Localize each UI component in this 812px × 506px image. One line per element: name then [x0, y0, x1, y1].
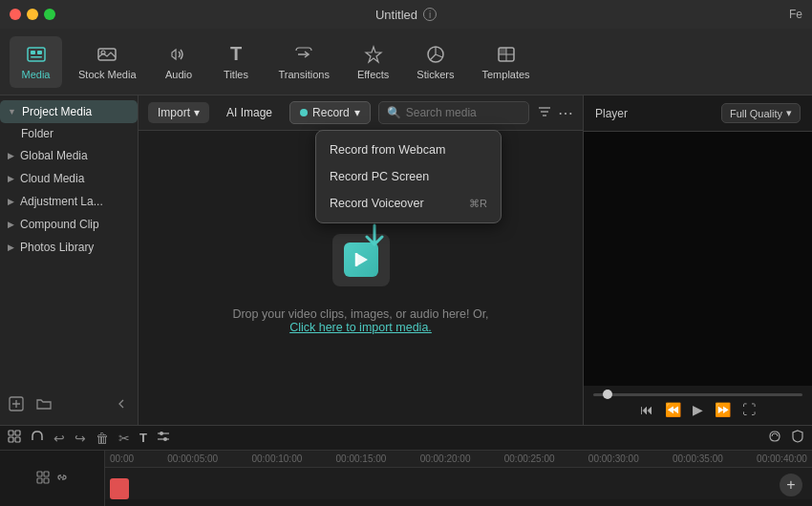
sidebar-item-global-media[interactable]: ▶ Global Media: [0, 144, 138, 167]
sidebar-folder-icon[interactable]: [32, 392, 55, 415]
info-icon[interactable]: i: [423, 8, 437, 21]
expand-arrow: ▼: [8, 107, 16, 116]
sidebar-item-label-compound: Compound Clip: [20, 218, 99, 231]
fullscreen-button[interactable]: ⛶: [742, 402, 756, 417]
sidebar-bottom: [0, 388, 138, 420]
record-button[interactable]: Record ▾: [289, 101, 371, 124]
quality-select[interactable]: Full Quality ▾: [721, 103, 801, 123]
toolbar-item-titles[interactable]: T Titles: [210, 36, 263, 88]
dropdown-item-screen[interactable]: Record PC Screen: [316, 163, 501, 190]
ruler-mark-1: 00:00:05:00: [167, 453, 218, 464]
track-clip[interactable]: [110, 478, 129, 499]
sidebar-add-icon[interactable]: [5, 392, 28, 415]
toolbar-item-stickers[interactable]: Stickers: [405, 36, 465, 88]
effects-icon: [363, 44, 384, 65]
sidebar-item-project-media[interactable]: ▼ Project Media: [0, 100, 138, 123]
undo-icon[interactable]: ↩: [53, 431, 65, 446]
timeline-left-icons: [36, 471, 69, 487]
redo-icon[interactable]: ↪: [75, 431, 86, 446]
progress-handle[interactable]: [603, 390, 612, 399]
top-right-label: Fe: [789, 8, 802, 21]
media-area: Import ▾ AI Image Record ▾ 🔍: [139, 95, 583, 425]
audio-icon: [168, 44, 189, 65]
toolbar-item-stock-media[interactable]: Stock Media: [67, 36, 148, 88]
delete-icon[interactable]: 🗑: [96, 431, 109, 446]
frame-back-button[interactable]: ⏪: [665, 402, 681, 417]
svg-rect-30: [37, 478, 42, 483]
search-input[interactable]: [406, 106, 521, 119]
player-header: Player Full Quality ▾: [584, 95, 812, 132]
svg-rect-3: [31, 56, 42, 58]
maximize-button[interactable]: [44, 9, 55, 20]
step-back-button[interactable]: ⏮: [640, 402, 653, 417]
sidebar-item-label: Project Media: [22, 105, 92, 118]
text-tool-icon[interactable]: T: [139, 431, 147, 445]
timeline-toolbar: ↩ ↪ 🗑 ✂ T: [0, 426, 812, 451]
sidebar-item-photos-library[interactable]: ▶ Photos Library: [0, 236, 138, 259]
mask-icon[interactable]: [768, 430, 781, 446]
ai-image-button[interactable]: AI Image: [217, 102, 282, 123]
search-box[interactable]: 🔍: [378, 101, 529, 124]
search-icon: 🔍: [387, 106, 401, 119]
cut-icon[interactable]: ✂: [118, 431, 130, 446]
title-bar: Untitled i Fe: [0, 0, 812, 29]
filter-icon[interactable]: [537, 104, 552, 122]
record-dot-icon: [300, 109, 308, 116]
toolbar-item-audio[interactable]: Audio: [153, 36, 205, 88]
dropdown-item-webcam[interactable]: Record from Webcam: [316, 137, 501, 163]
svg-rect-19: [15, 431, 20, 435]
sidebar-item-cloud-media[interactable]: ▶ Cloud Media: [0, 167, 138, 190]
sidebar-item-compound-clip[interactable]: ▶ Compound Clip: [0, 213, 138, 236]
main-toolbar: Media Stock Media Audio T Titles: [0, 29, 812, 95]
minimize-button[interactable]: [27, 9, 38, 20]
effects-label: Effects: [357, 69, 389, 80]
record-chevron-icon: ▾: [354, 106, 360, 119]
progress-bar[interactable]: [593, 393, 802, 396]
sidebar-item-adjustment[interactable]: ▶ Adjustment La...: [0, 190, 138, 213]
transitions-icon: [293, 44, 314, 65]
stickers-label: Stickers: [417, 69, 454, 80]
sidebar-sub-item-folder[interactable]: Folder: [0, 123, 138, 144]
ruler-mark-4: 00:00:20:00: [420, 453, 471, 464]
media-tools: ⋯: [537, 104, 573, 122]
link-icon[interactable]: [55, 471, 69, 487]
media-label: Media: [22, 69, 51, 80]
toolbar-item-effects[interactable]: Effects: [346, 36, 400, 88]
shield-icon[interactable]: [791, 430, 804, 446]
ruler-mark-7: 00:00:35:00: [673, 453, 723, 464]
svg-point-25: [160, 432, 163, 435]
svg-rect-0: [28, 48, 45, 61]
more-icon[interactable]: ⋯: [558, 104, 573, 122]
close-button[interactable]: [10, 9, 21, 20]
toolbar-item-media[interactable]: Media: [10, 36, 62, 88]
import-button[interactable]: Import ▾: [148, 102, 209, 123]
toolbar-item-transitions[interactable]: Transitions: [267, 36, 341, 88]
svg-rect-20: [9, 437, 13, 442]
expand-arrow-compound: ▶: [8, 220, 14, 229]
sidebar-item-label-cloud: Cloud Media: [20, 172, 84, 185]
sidebar: ▼ Project Media Folder ▶ Global Media ▶ …: [0, 95, 139, 425]
import-link[interactable]: Click here to import media.: [289, 321, 432, 334]
magnetic-snap-icon[interactable]: [31, 430, 44, 446]
window-title-container: Untitled i: [375, 8, 437, 22]
expand-arrow-adjustment: ▶: [8, 197, 14, 206]
timeline-ruler: 00:00 00:00:05:00 00:00:10:00 00:00:15:0…: [105, 451, 812, 468]
play-button[interactable]: ▶: [693, 402, 703, 417]
voiceover-shortcut: ⌘R: [469, 198, 487, 210]
frame-forward-button[interactable]: ⏩: [715, 402, 731, 417]
drop-icon-container: [323, 221, 399, 298]
svg-rect-31: [44, 478, 49, 483]
grid-icon[interactable]: [36, 471, 50, 487]
playback-controls: ⏮ ⏪ ▶ ⏩ ⛶: [593, 402, 802, 417]
ruler-marks: 00:00 00:00:05:00 00:00:10:00 00:00:15:0…: [110, 453, 807, 464]
dropdown-item-voiceover[interactable]: Record Voiceover ⌘R: [316, 190, 501, 217]
toolbar-item-templates[interactable]: Templates: [470, 36, 541, 88]
add-track-button[interactable]: +: [780, 474, 802, 496]
media-icon: [26, 44, 47, 65]
sidebar-collapse-icon[interactable]: [110, 392, 133, 415]
select-tool-icon[interactable]: [8, 430, 21, 446]
adjust-icon[interactable]: [157, 430, 170, 446]
drop-text: Drop your video clips, images, or audio …: [232, 307, 488, 334]
svg-rect-9: [499, 48, 506, 54]
timeline-track-area: [105, 468, 812, 499]
